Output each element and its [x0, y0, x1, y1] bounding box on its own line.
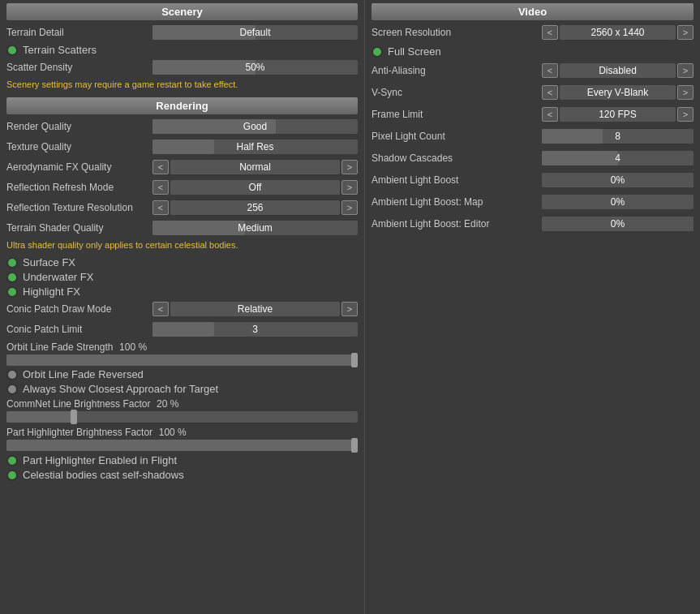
- reflection-texture-value: 256: [170, 200, 340, 215]
- orbit-fade-value: 100 %: [119, 341, 147, 353]
- ultra-note: Ultra shader quality only applies to cer…: [6, 240, 358, 250]
- full-screen-indicator[interactable]: [371, 46, 383, 58]
- frame-limit-label: Frame Limit: [371, 109, 542, 120]
- conic-patch-draw-left-button[interactable]: <: [152, 302, 169, 316]
- shadow-cascades-label: Shadow Cascades: [371, 152, 542, 164]
- ambient-light-editor-label: Ambient Light Boost: Editor: [371, 218, 542, 230]
- part-highlighter-flight-indicator[interactable]: [6, 455, 18, 466]
- scatter-density-value: 50%: [245, 62, 264, 73]
- pixel-light-count-label: Pixel Light Count: [371, 131, 542, 142]
- texture-quality-label: Texture Quality: [6, 141, 152, 152]
- part-highlighter-slider[interactable]: [6, 440, 358, 451]
- anti-aliasing-value: Disabled: [560, 63, 676, 78]
- underwater-fx-label: Underwater FX: [23, 271, 93, 283]
- highlight-fx-indicator[interactable]: [6, 286, 18, 298]
- aero-fx-label: Aerodynamic FX Quality: [6, 161, 152, 173]
- scenery-header: Scenery: [6, 3, 358, 20]
- orbit-fade-reversed-label: Orbit Line Fade Reversed: [23, 368, 144, 380]
- ambient-light-editor-control[interactable]: 0%: [542, 217, 694, 231]
- orbit-fade-reversed-indicator[interactable]: [6, 369, 18, 380]
- terrain-detail-control[interactable]: Default: [152, 25, 358, 40]
- conic-patch-draw-label: Conic Patch Draw Mode: [6, 303, 152, 315]
- v-sync-right-button[interactable]: >: [677, 85, 694, 100]
- scatter-density-control[interactable]: 50%: [152, 60, 358, 75]
- shadow-cascades-value: 4: [615, 152, 621, 164]
- always-show-closest-label: Always Show Closest Approach for Target: [23, 383, 218, 395]
- anti-aliasing-right-button[interactable]: >: [677, 63, 694, 78]
- screen-resolution-left-button[interactable]: <: [542, 25, 558, 40]
- terrain-scatters-indicator[interactable]: [6, 45, 18, 56]
- orbit-fade-label: Orbit Line Fade Strength: [6, 341, 113, 353]
- aero-fx-right-button[interactable]: >: [341, 160, 358, 174]
- part-highlighter-factor-label: Part Highlighter Brightness Factor: [6, 427, 152, 438]
- shadow-cascades-control[interactable]: 4: [542, 151, 694, 165]
- reflection-texture-right-button[interactable]: >: [341, 200, 358, 215]
- ambient-light-map-control[interactable]: 0%: [542, 195, 694, 209]
- orbit-fade-slider[interactable]: [6, 354, 358, 366]
- part-highlighter-flight-label: Part Highlighter Enabled in Flight: [23, 454, 177, 466]
- conic-patch-draw-right-button[interactable]: >: [341, 302, 358, 316]
- aero-fx-left-button[interactable]: <: [152, 160, 169, 174]
- full-screen-label: Full Screen: [388, 45, 441, 58]
- render-quality-control[interactable]: Good: [152, 119, 358, 134]
- terrain-detail-value: Default: [239, 27, 270, 38]
- v-sync-label: V-Sync: [371, 87, 542, 98]
- commnet-label: CommNet Line Brightness Factor: [6, 398, 150, 410]
- ambient-light-boost-value: 0%: [611, 174, 625, 186]
- rendering-header: Rendering: [6, 97, 358, 114]
- screen-resolution-label: Screen Resolution: [371, 27, 542, 38]
- texture-quality-value: Half Res: [236, 141, 273, 152]
- frame-limit-value: 120 FPS: [560, 107, 676, 122]
- highlight-fx-label: Highlight FX: [23, 286, 80, 298]
- terrain-shader-control[interactable]: Medium: [152, 221, 358, 235]
- render-quality-label: Render Quality: [6, 121, 152, 132]
- aero-fx-value: Normal: [170, 160, 340, 174]
- terrain-shader-value: Medium: [238, 222, 273, 234]
- conic-patch-draw-value: Relative: [170, 302, 340, 316]
- conic-patch-limit-value: 3: [252, 324, 258, 335]
- terrain-detail-label: Terrain Detail: [6, 27, 152, 38]
- frame-limit-right-button[interactable]: >: [677, 107, 694, 122]
- commnet-value: 20 %: [157, 398, 178, 410]
- scenery-warning: Scenery settings may require a game rest…: [6, 79, 358, 89]
- ambient-light-boost-label: Ambient Light Boost: [371, 174, 542, 186]
- reflection-texture-left-button[interactable]: <: [152, 200, 169, 215]
- ambient-light-map-label: Ambient Light Boost: Map: [371, 196, 542, 208]
- celestial-shadows-label: Celestial bodies cast self-shadows: [23, 469, 184, 481]
- frame-limit-left-button[interactable]: <: [542, 107, 558, 122]
- texture-quality-control[interactable]: Half Res: [152, 140, 358, 154]
- conic-patch-limit-control[interactable]: 3: [152, 322, 358, 337]
- screen-resolution-value: 2560 x 1440: [560, 25, 676, 40]
- v-sync-left-button[interactable]: <: [542, 85, 558, 100]
- reflection-texture-label: Reflection Texture Resolution: [6, 202, 152, 213]
- ambient-light-map-value: 0%: [611, 196, 625, 208]
- reflection-refresh-label: Reflection Refresh Mode: [6, 182, 152, 193]
- video-header: Video: [371, 3, 694, 20]
- reflection-refresh-left-button[interactable]: <: [152, 180, 169, 195]
- render-quality-value: Good: [243, 121, 267, 132]
- surface-fx-indicator[interactable]: [6, 257, 18, 268]
- underwater-fx-indicator[interactable]: [6, 272, 18, 283]
- commnet-slider[interactable]: [6, 411, 358, 423]
- surface-fx-label: Surface FX: [23, 256, 75, 268]
- screen-resolution-right-button[interactable]: >: [677, 25, 694, 40]
- scatter-density-label: Scatter Density: [6, 62, 152, 73]
- celestial-shadows-indicator[interactable]: [6, 470, 18, 481]
- ambient-light-boost-control[interactable]: 0%: [542, 173, 694, 187]
- v-sync-value: Every V-Blank: [560, 85, 676, 100]
- ambient-light-editor-value: 0%: [611, 218, 625, 230]
- terrain-shader-label: Terrain Shader Quality: [6, 222, 152, 234]
- conic-patch-limit-label: Conic Patch Limit: [6, 324, 152, 335]
- pixel-light-count-value: 8: [615, 131, 621, 142]
- pixel-light-count-control[interactable]: 8: [542, 129, 694, 144]
- part-highlighter-factor-value: 100 %: [159, 427, 187, 438]
- terrain-scatters-label: Terrain Scatters: [23, 44, 97, 56]
- anti-aliasing-left-button[interactable]: <: [542, 63, 558, 78]
- always-show-closest-indicator[interactable]: [6, 384, 18, 395]
- reflection-refresh-value: Off: [170, 180, 340, 195]
- anti-aliasing-label: Anti-Aliasing: [371, 65, 542, 76]
- reflection-refresh-right-button[interactable]: >: [341, 180, 358, 195]
